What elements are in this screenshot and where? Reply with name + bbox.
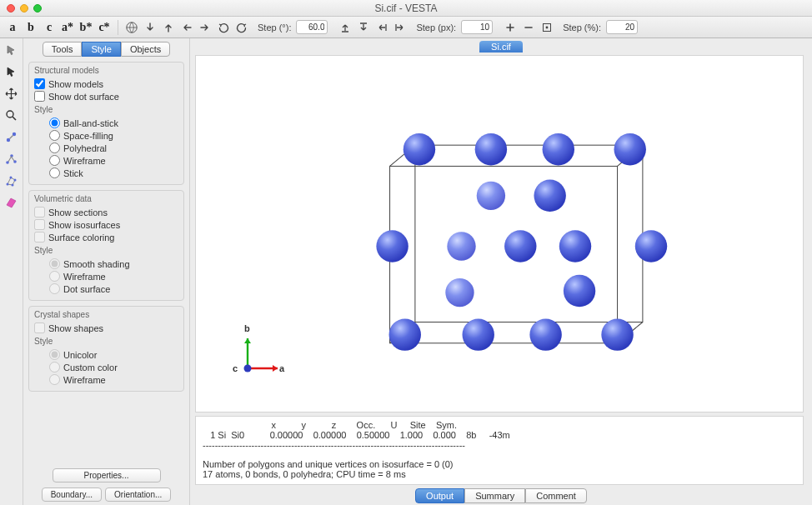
step-px-input[interactable]	[461, 20, 493, 34]
ball-and-stick-label: Ball-and-stick	[63, 118, 118, 128]
view-along-c-star-button[interactable]: c*	[97, 20, 112, 35]
show-models-label: Show models	[48, 79, 103, 89]
view-along-b-star-button[interactable]: b*	[78, 20, 93, 35]
vol-wireframe-label: Wireframe	[63, 272, 106, 282]
view-along-c-button[interactable]: c	[42, 20, 57, 35]
show-shapes-checkbox	[34, 322, 45, 333]
svg-marker-37	[273, 365, 278, 372]
left-tool-strip	[0, 38, 23, 505]
svg-point-23	[477, 182, 505, 210]
tab-style[interactable]: Style	[82, 42, 120, 57]
zoom-out-icon[interactable]	[521, 20, 536, 35]
tab-summary[interactable]: Summary	[464, 488, 525, 503]
tab-tools[interactable]: Tools	[43, 42, 83, 57]
file-tab[interactable]: Si.cif	[479, 41, 523, 52]
rotate-cw-icon[interactable]	[234, 20, 249, 35]
svg-point-20	[475, 133, 507, 165]
rotate-right-icon[interactable]	[198, 20, 213, 35]
angle-tool-icon[interactable]	[3, 150, 20, 167]
space-filling-radio[interactable]	[49, 130, 60, 141]
view-along-a-star-button[interactable]: a*	[60, 20, 75, 35]
svg-point-31	[564, 275, 595, 307]
polyhedral-label: Polyhedral	[63, 143, 107, 153]
tab-comment[interactable]: Comment	[525, 488, 587, 503]
svg-point-19	[403, 133, 435, 165]
surface-coloring-checkbox	[34, 232, 45, 242]
wireframe-label: Wireframe	[63, 156, 106, 166]
view-along-b-button[interactable]: b	[23, 20, 38, 35]
vol-wireframe-radio	[49, 271, 60, 282]
boundary-button[interactable]: Boundary...	[42, 488, 102, 502]
svg-point-21	[543, 133, 574, 165]
tab-objects[interactable]: Objects	[121, 42, 170, 57]
svg-point-25	[376, 231, 408, 262]
dot-surface-radio	[49, 283, 60, 294]
unicolor-label: Unicolor	[63, 350, 97, 360]
separator	[118, 20, 118, 35]
orientation-button[interactable]: Orientation...	[105, 488, 171, 502]
svg-point-27	[504, 231, 536, 262]
svg-point-29	[635, 231, 667, 262]
dihedral-tool-icon[interactable]	[3, 172, 20, 188]
distance-tool-icon[interactable]	[3, 128, 20, 145]
step-deg-label: Step (°):	[258, 22, 291, 32]
rotate-up-icon[interactable]	[161, 20, 176, 35]
translate-down-icon[interactable]	[356, 20, 371, 35]
show-dot-surface-label: Show dot surface	[48, 92, 119, 102]
step-px-label: Step (px):	[416, 22, 456, 32]
show-models-checkbox[interactable]	[34, 78, 45, 89]
svg-point-22	[614, 133, 646, 165]
stick-radio[interactable]	[49, 168, 60, 178]
rotate-ccw-icon[interactable]	[216, 20, 231, 35]
structural-style-label: Style	[34, 105, 178, 114]
axis-a-label: a	[279, 363, 284, 373]
zoom-in-icon[interactable]	[503, 20, 518, 35]
wireframe-radio[interactable]	[49, 155, 60, 166]
plane-tool-icon[interactable]	[3, 193, 20, 210]
axis-b-label: b	[244, 323, 250, 333]
unicolor-radio	[49, 349, 60, 360]
tab-output[interactable]: Output	[415, 488, 464, 503]
translate-right-icon[interactable]	[393, 20, 408, 35]
translate-up-icon[interactable]	[338, 20, 353, 35]
console-line: 1 Si Si0 0.00000 0.00000 0.50000 1.000 0…	[203, 430, 510, 440]
svg-point-2	[546, 26, 549, 28]
side-panel: Tools Style Objects Structural models Sh…	[23, 38, 190, 505]
crystal-shapes-head: Crystal shapes	[34, 310, 178, 319]
svg-point-26	[447, 232, 475, 261]
svg-point-33	[463, 319, 494, 351]
output-console[interactable]: x y z Occ. U Site Sym. 1 Si Si0 0.00000 …	[195, 416, 804, 485]
top-toolbar: a b c a* b* c* Step (°): Step (px): Step…	[0, 17, 812, 38]
svg-point-3	[7, 111, 13, 118]
svg-point-24	[534, 180, 565, 212]
3d-canvas[interactable]: a b c	[195, 55, 804, 412]
console-line: 17 atoms, 0 bonds, 0 polyhedra; CPU time…	[203, 469, 406, 479]
view-along-a-button[interactable]: a	[5, 20, 20, 35]
select-tool-icon[interactable]	[3, 63, 20, 80]
svg-point-34	[529, 319, 561, 351]
rotate-left-icon[interactable]	[179, 20, 194, 35]
show-dot-surface-checkbox[interactable]	[34, 91, 45, 102]
translate-left-icon[interactable]	[374, 20, 389, 35]
smooth-shading-label: Smooth shading	[63, 259, 130, 269]
crystal-wireframe-label: Wireframe	[63, 375, 106, 385]
cursor-tool-icon[interactable]	[3, 42, 20, 58]
fit-view-icon[interactable]	[539, 20, 554, 35]
volumetric-data-head: Volumetric data	[34, 194, 178, 203]
properties-button[interactable]: Properties...	[53, 468, 161, 482]
crystal-style-label: Style	[34, 337, 178, 346]
structural-models-head: Structural models	[34, 66, 178, 75]
step-pct-input[interactable]	[606, 20, 638, 34]
polyhedral-radio[interactable]	[49, 142, 60, 153]
svg-marker-39	[244, 338, 251, 343]
svg-point-28	[559, 231, 591, 262]
crystal-shapes-panel: Crystal shapes Show shapes Style Unicolo…	[28, 306, 184, 392]
ball-and-stick-radio[interactable]	[49, 118, 60, 128]
move-tool-icon[interactable]	[3, 85, 20, 102]
rotate-down-icon[interactable]	[143, 20, 158, 35]
globe-icon[interactable]	[124, 20, 139, 35]
dot-surface-label: Dot surface	[63, 284, 110, 294]
magnify-tool-icon[interactable]	[3, 107, 20, 123]
step-deg-input[interactable]	[296, 20, 328, 34]
smooth-shading-radio	[49, 258, 60, 269]
